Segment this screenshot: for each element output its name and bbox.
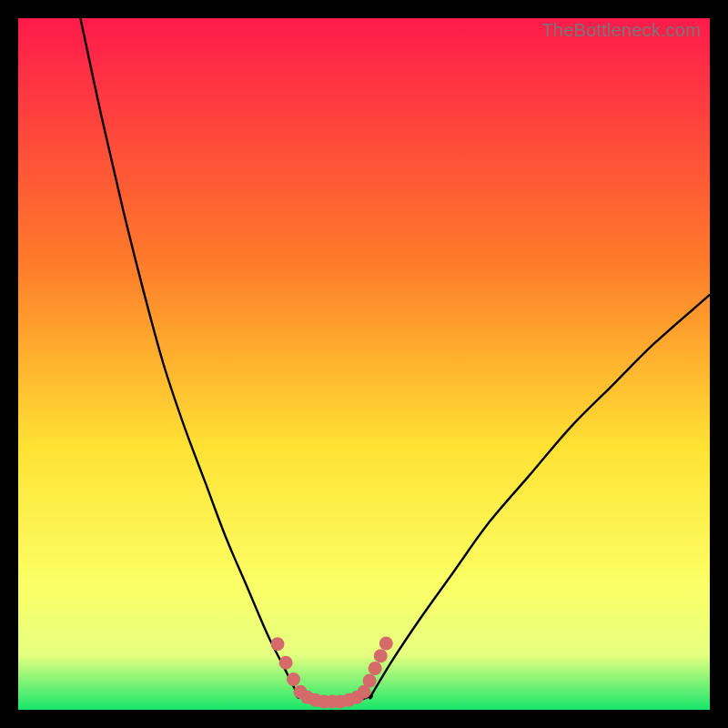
highlight-dot <box>379 637 393 651</box>
chart-frame: TheBottleneck.com <box>18 18 710 710</box>
highlight-dot <box>369 662 382 675</box>
highlight-dot <box>374 649 388 662</box>
gradient-background <box>18 18 710 710</box>
highlight-dot <box>287 672 300 686</box>
highlight-dot <box>271 637 285 651</box>
chart-svg <box>18 18 710 710</box>
highlight-dot <box>363 674 377 688</box>
highlight-dot <box>279 656 293 670</box>
watermark-text: TheBottleneck.com <box>541 20 701 41</box>
